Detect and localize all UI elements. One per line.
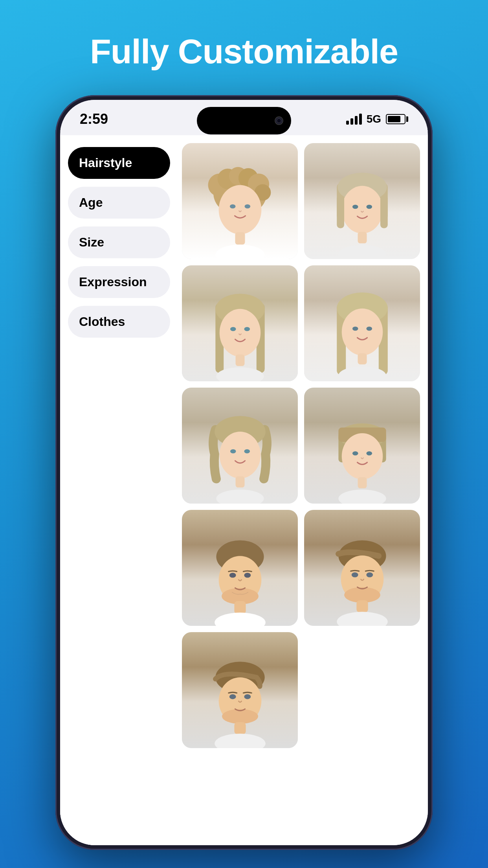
svg-point-14 xyxy=(341,186,382,234)
photo-card-7[interactable] xyxy=(182,510,298,626)
svg-rect-41 xyxy=(235,476,244,487)
svg-rect-15 xyxy=(337,195,344,228)
svg-point-32 xyxy=(341,309,382,355)
svg-point-7 xyxy=(218,185,261,234)
photo-grid xyxy=(182,143,420,748)
photo-card-1[interactable] xyxy=(182,143,298,259)
photo-card-2[interactable] xyxy=(304,143,420,259)
dynamic-island xyxy=(197,107,291,134)
network-type: 5G xyxy=(367,113,381,125)
page-title: Fully Customizable xyxy=(90,31,398,72)
svg-rect-27 xyxy=(235,355,244,366)
svg-point-11 xyxy=(215,245,264,259)
signal-bar-3 xyxy=(355,116,358,125)
app-content: Hairstyle Age Size Expression Clothes xyxy=(60,135,428,845)
camera-dot xyxy=(275,116,283,125)
svg-point-55 xyxy=(244,573,251,578)
sidebar-item-expression[interactable]: Expression xyxy=(68,266,170,298)
svg-point-57 xyxy=(215,613,266,626)
svg-rect-63 xyxy=(356,600,368,612)
photo-card-5[interactable] xyxy=(182,388,298,504)
battery-icon xyxy=(386,114,408,124)
svg-point-18 xyxy=(366,205,372,209)
portrait-3 xyxy=(182,265,298,381)
portrait-5 xyxy=(182,388,298,504)
portrait-6 xyxy=(304,388,420,504)
svg-rect-19 xyxy=(358,232,367,243)
svg-point-39 xyxy=(230,449,236,453)
svg-rect-56 xyxy=(234,601,246,614)
sidebar-item-size[interactable]: Size xyxy=(68,226,170,258)
svg-point-33 xyxy=(352,327,358,331)
svg-point-40 xyxy=(244,449,250,453)
svg-point-69 xyxy=(244,694,251,699)
photo-card-6[interactable] xyxy=(304,388,420,504)
sidebar: Hairstyle Age Size Expression Clothes xyxy=(60,135,178,845)
svg-rect-10 xyxy=(235,232,245,245)
svg-point-54 xyxy=(229,573,236,578)
portrait-1 xyxy=(182,143,298,259)
status-icons: 5G xyxy=(346,113,408,125)
portrait-7 xyxy=(182,510,298,626)
svg-point-8 xyxy=(229,204,235,208)
svg-rect-16 xyxy=(380,195,387,228)
svg-point-26 xyxy=(244,327,250,331)
phone-screen: 2:59 5G xyxy=(60,100,428,845)
svg-point-71 xyxy=(215,734,266,748)
svg-point-34 xyxy=(366,327,372,331)
svg-point-62 xyxy=(366,572,373,577)
svg-point-17 xyxy=(352,205,358,209)
svg-point-20 xyxy=(338,245,386,259)
photo-grid-area xyxy=(178,135,428,845)
photo-card-9[interactable] xyxy=(182,632,298,748)
battery-fill xyxy=(388,116,400,122)
signal-bars-icon xyxy=(346,114,362,125)
portrait-9 xyxy=(182,632,298,748)
photo-card-3[interactable] xyxy=(182,265,298,381)
sidebar-item-clothes[interactable]: Clothes xyxy=(68,306,170,338)
status-time: 2:59 xyxy=(80,111,108,127)
svg-point-46 xyxy=(341,433,382,479)
svg-point-47 xyxy=(352,451,358,455)
portrait-2 xyxy=(304,143,420,259)
svg-point-9 xyxy=(244,204,250,208)
portrait-4 xyxy=(304,265,420,381)
svg-point-48 xyxy=(366,451,372,455)
svg-point-24 xyxy=(219,309,260,357)
portrait-8 xyxy=(304,510,420,626)
sidebar-item-hairstyle[interactable]: Hairstyle xyxy=(68,147,170,179)
svg-point-64 xyxy=(337,612,388,626)
svg-point-50 xyxy=(338,489,386,504)
svg-rect-35 xyxy=(358,353,367,364)
svg-point-38 xyxy=(219,432,260,478)
svg-rect-70 xyxy=(234,722,246,734)
sidebar-item-age[interactable]: Age xyxy=(68,187,170,219)
svg-point-68 xyxy=(229,694,236,699)
signal-bar-4 xyxy=(359,114,362,125)
svg-point-25 xyxy=(230,327,236,331)
photo-card-4[interactable] xyxy=(304,265,420,381)
photo-card-8[interactable] xyxy=(304,510,420,626)
signal-bar-1 xyxy=(346,121,349,125)
signal-bar-2 xyxy=(350,118,353,125)
status-bar: 2:59 5G xyxy=(60,100,428,131)
svg-rect-49 xyxy=(358,477,367,488)
svg-point-61 xyxy=(351,572,358,577)
phone-shell: 2:59 5G xyxy=(55,95,433,850)
battery-body xyxy=(386,114,405,124)
svg-point-42 xyxy=(216,489,264,504)
battery-tip xyxy=(406,116,408,122)
